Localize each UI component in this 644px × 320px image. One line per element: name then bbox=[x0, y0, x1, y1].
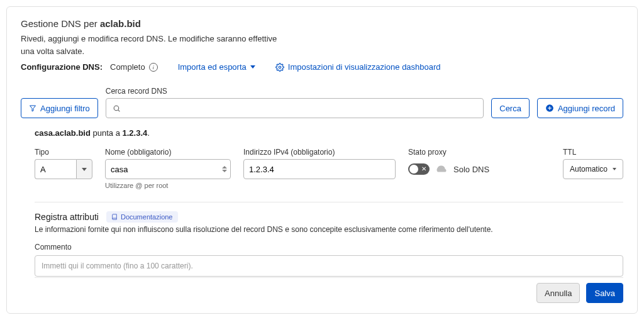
proxy-text: Solo DNS bbox=[453, 165, 489, 174]
record-summary: casa.aclab.bid punta a 1.2.3.4. bbox=[35, 128, 623, 138]
caret-down-icon bbox=[613, 168, 616, 170]
config-row: Configurazione DNS: Completo i Importa e… bbox=[21, 62, 623, 72]
add-filter-label: Aggiungi filtro bbox=[40, 104, 90, 113]
add-record-button[interactable]: Aggiungi record bbox=[537, 98, 623, 118]
proxy-label: Stato proxy bbox=[408, 148, 509, 157]
search-button[interactable]: Cerca bbox=[491, 98, 530, 118]
summary-target: 1.2.3.4 bbox=[123, 128, 148, 138]
config-label: Configurazione DNS: bbox=[21, 62, 103, 72]
import-export-link[interactable]: Importa ed esporta bbox=[178, 62, 255, 72]
dns-management-panel: Gestione DNS per aclab.bid Rivedi, aggiu… bbox=[6, 6, 638, 314]
search-input[interactable] bbox=[121, 104, 477, 113]
config-value: Completo bbox=[110, 62, 145, 72]
documentation-badge[interactable]: Documentazione bbox=[106, 211, 178, 223]
ttl-field: TTL Automatico bbox=[563, 148, 623, 179]
toggle-off-icon: ✕ bbox=[421, 165, 426, 174]
type-dropdown-button[interactable] bbox=[76, 159, 92, 179]
search-group: Cerca record DNS bbox=[106, 87, 484, 118]
title-domain: aclab.bid bbox=[100, 18, 141, 29]
name-field: Nome (obbligatorio) Utilizzare @ per roo… bbox=[105, 148, 231, 189]
summary-suffix: . bbox=[147, 128, 150, 138]
stepper-up-icon bbox=[222, 166, 227, 168]
type-label: Tipo bbox=[35, 148, 92, 157]
filter-icon bbox=[29, 104, 36, 112]
search-input-wrap[interactable] bbox=[106, 98, 484, 118]
cloud-icon bbox=[435, 164, 448, 174]
proxy-toggle[interactable]: ✕ bbox=[408, 163, 430, 175]
cancel-label: Annulla bbox=[545, 289, 572, 298]
plus-circle-icon bbox=[545, 104, 554, 113]
page-subtitle: Rivedi, aggiungi e modifica record DNS. … bbox=[21, 33, 285, 57]
dashboard-settings-link[interactable]: Impostazioni di visualizzazione dashboar… bbox=[275, 62, 441, 72]
dashboard-settings-label: Impostazioni di visualizzazione dashboar… bbox=[288, 62, 441, 72]
search-button-label: Cerca bbox=[499, 104, 521, 113]
info-icon[interactable]: i bbox=[149, 63, 158, 72]
name-hint: Utilizzare @ per root bbox=[105, 182, 231, 189]
search-label: Cerca record DNS bbox=[106, 87, 484, 96]
ttl-label: TTL bbox=[563, 148, 623, 157]
svg-point-2 bbox=[114, 106, 119, 111]
documentation-label: Documentazione bbox=[121, 213, 173, 221]
stepper-down-icon bbox=[222, 170, 227, 172]
save-button[interactable]: Salva bbox=[586, 283, 623, 303]
book-icon bbox=[111, 214, 118, 220]
add-filter-button[interactable]: Aggiungi filtro bbox=[21, 98, 98, 118]
name-stepper[interactable] bbox=[219, 160, 230, 179]
proxy-field: Stato proxy ✕ Solo DNS bbox=[408, 148, 509, 179]
add-record-label: Aggiungi record bbox=[558, 104, 615, 113]
import-export-label: Importa ed esporta bbox=[178, 62, 247, 72]
title-prefix: Gestione DNS per bbox=[21, 18, 100, 29]
name-input[interactable] bbox=[105, 159, 231, 179]
type-field: Tipo bbox=[35, 148, 92, 179]
record-attributes: Registra attributi Documentazione Le inf… bbox=[35, 211, 623, 277]
page-title: Gestione DNS per aclab.bid bbox=[21, 18, 623, 29]
caret-down-icon bbox=[82, 168, 87, 171]
attributes-title: Registra attributi bbox=[35, 212, 99, 222]
type-value[interactable] bbox=[35, 159, 76, 179]
svg-point-0 bbox=[279, 66, 281, 69]
svg-line-3 bbox=[118, 110, 119, 111]
svg-marker-1 bbox=[30, 106, 36, 111]
save-label: Salva bbox=[594, 289, 615, 298]
search-icon bbox=[113, 104, 121, 113]
summary-host: casa.aclab.bid bbox=[35, 128, 91, 138]
divider bbox=[35, 277, 623, 278]
attributes-description: Le informazioni fornite qui non influisc… bbox=[35, 225, 623, 234]
name-label: Nome (obbligatorio) bbox=[105, 148, 231, 157]
comment-input[interactable] bbox=[35, 255, 623, 277]
ipv4-label: Indirizzo IPv4 (obbligatorio) bbox=[243, 148, 396, 157]
summary-middle: punta a bbox=[91, 128, 123, 138]
record-form-row: Tipo Nome (obbligatorio) Utilizzare @ pe… bbox=[35, 148, 623, 189]
comment-label: Commento bbox=[35, 243, 623, 251]
toolbar: Aggiungi filtro Cerca record DNS Cerca A… bbox=[21, 87, 623, 118]
divider bbox=[35, 202, 623, 202]
cancel-button[interactable]: Annulla bbox=[536, 283, 580, 303]
type-select[interactable] bbox=[35, 159, 92, 179]
ttl-select[interactable]: Automatico bbox=[563, 159, 623, 179]
caret-down-icon bbox=[250, 65, 255, 69]
ipv4-input[interactable] bbox=[243, 159, 396, 179]
gear-icon bbox=[275, 63, 284, 72]
ttl-value: Automatico bbox=[570, 165, 608, 174]
toggle-knob bbox=[409, 165, 418, 174]
footer-actions: Annulla Salva bbox=[536, 283, 623, 303]
ipv4-field: Indirizzo IPv4 (obbligatorio) bbox=[243, 148, 396, 179]
